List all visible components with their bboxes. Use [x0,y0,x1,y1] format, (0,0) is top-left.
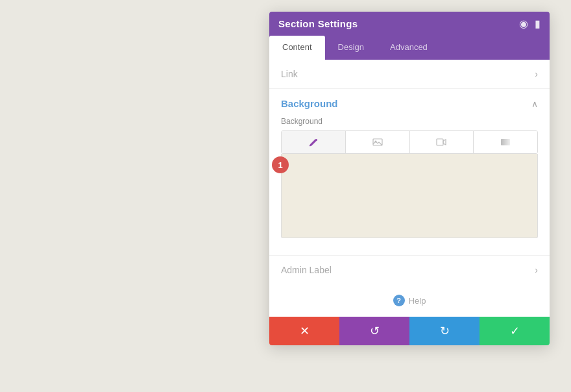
panel-header-icons: ◉ ▮ [519,19,541,29]
bg-type-color[interactable] [282,131,346,153]
admin-label-text: Admin Label [281,265,332,275]
tab-advanced[interactable]: Advanced [377,36,441,60]
background-preview-wrapper: 1 [281,154,538,238]
tab-content[interactable]: Content [269,36,325,60]
help-icon: ? [393,295,405,306]
svg-rect-4 [501,139,510,145]
admin-label-chevron-icon: › [535,265,538,275]
background-section-header: Background ∧ [281,98,538,109]
color-picker-icon [308,137,319,147]
panel-footer: ✕ ↺ ↻ ✓ [269,317,550,345]
video-icon [436,137,446,147]
panel-title: Section Settings [278,18,358,29]
background-preview[interactable] [281,154,538,238]
bg-type-video[interactable] [410,131,474,153]
save-button[interactable]: ✓ [480,317,550,345]
tab-design[interactable]: Design [325,36,377,60]
panel-body: Link › Background ∧ Background [269,60,550,317]
link-section-row[interactable]: Link › [269,60,550,89]
help-text: Help [409,296,426,306]
background-toggle-icon[interactable]: ∧ [531,99,538,109]
panel-header: Section Settings ◉ ▮ [269,12,550,36]
bg-type-gradient[interactable] [474,131,537,153]
svg-rect-3 [437,139,443,145]
background-section: Background ∧ Background [269,89,550,255]
background-section-title: Background [281,98,338,109]
help-row[interactable]: ? Help [269,284,550,317]
admin-label-row[interactable]: Admin Label › [269,255,550,284]
section-settings-panel: Section Settings ◉ ▮ Content Design Adva… [269,12,550,345]
link-label: Link [281,69,298,79]
background-type-tabs [281,130,538,154]
bg-type-image[interactable] [346,131,410,153]
link-chevron-icon: › [535,69,538,79]
image-icon [372,137,383,147]
reset-button[interactable]: ↺ [339,317,409,345]
expand-icon[interactable]: ◉ [519,19,528,29]
cancel-button[interactable]: ✕ [269,317,339,345]
background-field-label: Background [281,117,538,126]
redo-button[interactable]: ↻ [409,317,480,345]
gradient-icon [500,137,511,147]
svg-point-0 [315,139,317,141]
layout-icon[interactable]: ▮ [535,19,541,29]
step-badge: 1 [272,156,289,173]
panel-tabs: Content Design Advanced [269,36,550,60]
